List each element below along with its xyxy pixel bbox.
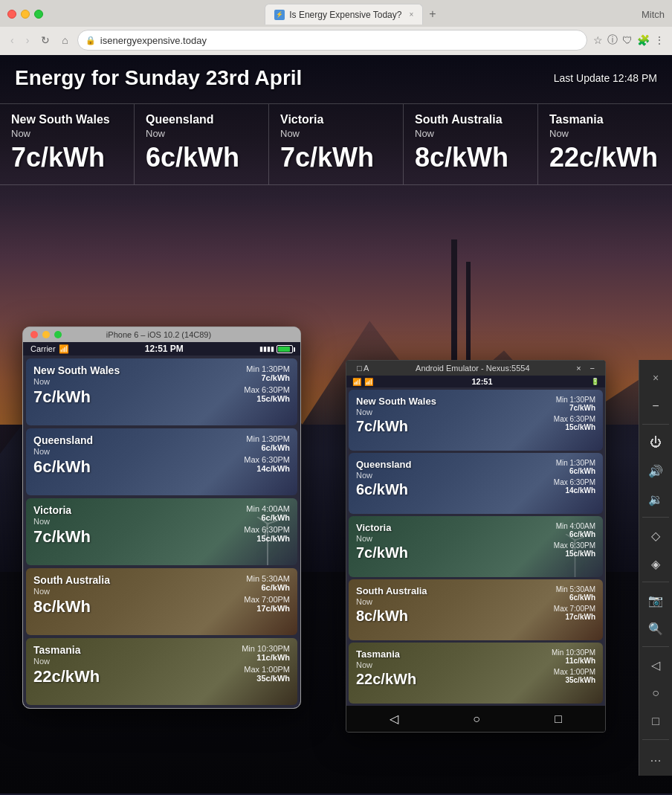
- ec-min-label-tas: Min 10:30PM: [242, 644, 290, 653]
- ec-min-val-qld: 6c/kWh: [244, 443, 290, 452]
- address-bar[interactable]: 🔒 isenergyexpensive.today: [77, 30, 587, 51]
- iphone-card-qld[interactable]: Queensland Now 6c/kWh Min 1:30PM 6c/kWh …: [26, 428, 297, 495]
- side-screenshot-button[interactable]: 📷: [644, 588, 668, 612]
- side-divider-2: [642, 517, 668, 518]
- ec-min-val-nsw: 7c/kWh: [244, 373, 290, 382]
- android-wifi-icon: 📶: [352, 378, 361, 386]
- tab-close-button[interactable]: ×: [409, 10, 413, 19]
- ec-label-tas: Now: [33, 657, 100, 666]
- iphone-card-nsw[interactable]: New South Wales Now 7c/kWh Min 1:30PM 7c…: [26, 358, 297, 425]
- side-rotate-button[interactable]: ◇: [644, 524, 668, 547]
- android-battery-icon: 🔋: [591, 378, 599, 385]
- menu-icon[interactable]: ⋮: [654, 34, 665, 46]
- side-back-nav[interactable]: ◁: [644, 653, 668, 677]
- android-ec-min-label-sa: Min 5:30AM: [554, 585, 595, 593]
- android-back-button[interactable]: ◁: [390, 712, 398, 726]
- last-update: Last Update 12:48 PM: [554, 72, 657, 84]
- region-label-tas: Now: [549, 128, 661, 139]
- ec-min-label-vic: Min 4:00AM: [244, 504, 290, 513]
- region-label-nsw: Now: [11, 128, 123, 139]
- side-power-button[interactable]: ⏻: [644, 431, 668, 454]
- android-ec-region-tas: Tasmania: [356, 648, 416, 660]
- iphone-simulator: iPhone 6 – iOS 10.2 (14C89) Carrier 📶 12…: [22, 326, 301, 709]
- side-divider-3: [642, 582, 668, 582]
- iphone-card-sa[interactable]: South Australia Now 8c/kWh Min 5:30AM 6c…: [26, 568, 297, 635]
- window-close-dot[interactable]: [7, 10, 16, 19]
- region-card-sa[interactable]: South Australia Now 8c/kWh: [404, 104, 538, 184]
- android-card-qld[interactable]: Queensland Now 6c/kWh Min 1:30PM 6c/kWh …: [349, 453, 603, 514]
- bookmark-icon[interactable]: ☆: [593, 34, 603, 46]
- side-close-button[interactable]: ×: [644, 366, 668, 390]
- side-eraser-button[interactable]: ◈: [644, 552, 668, 576]
- ec-price-qld: 6c/kWh: [33, 457, 93, 477]
- tab-title: Is Energy Expensive Today?: [289, 10, 401, 20]
- tab-favicon: ⚡: [274, 10, 285, 20]
- back-button[interactable]: ‹: [7, 33, 17, 48]
- android-ec-region-nsw: New South Wales: [356, 396, 436, 407]
- android-time: 12:51: [471, 377, 492, 386]
- region-card-nsw[interactable]: New South Wales Now 7c/kWh: [0, 104, 135, 184]
- android-minimize-btn[interactable]: −: [587, 364, 598, 373]
- region-name-nsw: New South Wales: [11, 113, 123, 126]
- shield-icon[interactable]: 🛡: [622, 34, 633, 46]
- ec-region-tas: Tasmania: [33, 644, 100, 656]
- ec-label-nsw: Now: [33, 377, 120, 386]
- region-price-sa: 8c/kWh: [415, 142, 526, 173]
- side-square-nav[interactable]: □: [644, 709, 668, 733]
- region-card-vic[interactable]: Victoria Now 7c/kWh: [269, 104, 404, 184]
- side-minimize-button[interactable]: −: [644, 394, 668, 418]
- android-left-icons: 📶 📶: [352, 378, 373, 386]
- region-label-vic: Now: [280, 128, 392, 139]
- refresh-button[interactable]: ↻: [38, 33, 53, 48]
- window-minimize-dot[interactable]: [21, 10, 30, 19]
- ec-min-label-nsw: Min 1:30PM: [244, 364, 290, 373]
- android-close-btn[interactable]: ×: [573, 364, 584, 373]
- android-card-sa[interactable]: South Australia Now 8c/kWh Min 5:30AM 6c…: [349, 579, 603, 640]
- android-signal-icon: 📶: [364, 378, 373, 386]
- android-icons-left: □ A: [354, 364, 372, 373]
- region-card-tas[interactable]: Tasmania Now 22c/kWh: [538, 104, 672, 184]
- iphone-card-vic[interactable]: Victoria Now 7c/kWh Min 4:00AM 6c/kWh Ma…: [26, 498, 297, 565]
- android-ec-min-label-nsw: Min 1:30PM: [554, 396, 595, 404]
- android-ec-min-val-sa: 6c/kWh: [554, 593, 595, 602]
- iphone-minimize-dot[interactable]: [42, 331, 50, 338]
- android-card-vic[interactable]: Victoria Now 7c/kWh Min 4:00AM 6c/kWh Ma…: [349, 516, 603, 577]
- android-ec-price-sa: 8c/kWh: [356, 608, 427, 625]
- forward-button[interactable]: ›: [23, 33, 33, 48]
- iphone-close-dot[interactable]: [30, 331, 38, 338]
- region-card-qld[interactable]: Queensland Now 6c/kWh: [135, 104, 269, 184]
- android-ec-price-tas: 22c/kWh: [356, 671, 416, 688]
- window-maximize-dot[interactable]: [34, 10, 43, 19]
- ec-max-label-nsw: Max 6:30PM: [244, 385, 290, 394]
- android-card-nsw[interactable]: New South Wales Now 7c/kWh Min 1:30PM 7c…: [349, 390, 603, 451]
- info-icon[interactable]: ⓘ: [607, 33, 618, 47]
- browser-tab[interactable]: ⚡ Is Energy Expensive Today? ×: [265, 4, 423, 25]
- ec-max-label-qld: Max 6:30PM: [244, 455, 290, 464]
- region-label-qld: Now: [146, 128, 257, 139]
- ec-min-val-vic: 6c/kWh: [244, 513, 290, 522]
- new-tab-button[interactable]: +: [423, 7, 442, 21]
- iphone-maximize-dot[interactable]: [54, 331, 62, 338]
- side-volume-up-button[interactable]: 🔊: [644, 459, 668, 483]
- iphone-card-tas[interactable]: Tasmania Now 22c/kWh Min 10:30PM 11c/kWh…: [26, 638, 297, 705]
- android-card-tas[interactable]: Tasmania Now 22c/kWh Min 10:30PM 11c/kWh…: [349, 643, 603, 704]
- ec-max-val-qld: 14c/kWh: [244, 464, 290, 473]
- android-side-panel: × − ⏻ 🔊 🔉 ◇ ◈ 📷 🔍 ◁ ○ □ …: [639, 360, 672, 776]
- ec-min-label-sa: Min 5:30AM: [244, 574, 290, 583]
- android-home-button[interactable]: ○: [473, 712, 480, 726]
- android-ec-price-vic: 7c/kWh: [356, 544, 408, 561]
- iphone-carrier: Carrier 📶: [30, 344, 69, 354]
- home-button[interactable]: ⌂: [59, 33, 71, 48]
- address-text: isenergyexpensive.today: [100, 35, 579, 46]
- android-simulator: □ A Android Emulator - Nexus:5554 × − 📶 …: [346, 360, 606, 733]
- browser-titlebar: ⚡ Is Energy Expensive Today? × + Mitch: [0, 0, 672, 27]
- side-more-button[interactable]: …: [644, 746, 668, 770]
- android-recent-button[interactable]: □: [555, 712, 562, 726]
- side-home-nav[interactable]: ○: [644, 681, 668, 705]
- extensions-icon[interactable]: 🧩: [637, 34, 650, 46]
- side-volume-down-button[interactable]: 🔉: [644, 487, 668, 511]
- ec-region-qld: Queensland: [33, 434, 93, 446]
- side-zoom-button[interactable]: 🔍: [644, 617, 668, 640]
- side-divider-1: [642, 424, 668, 425]
- android-ec-label-qld: Now: [356, 471, 411, 480]
